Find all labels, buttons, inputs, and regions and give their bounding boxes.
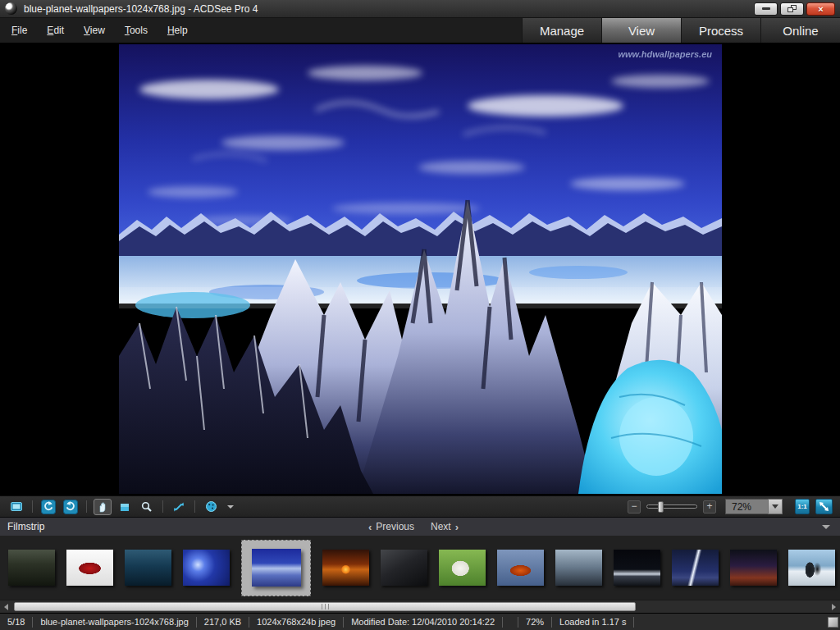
thumbnail-frozen-harbor[interactable] <box>125 550 171 586</box>
menu-tools[interactable]: Tools <box>125 25 148 36</box>
zoom-in-button[interactable] <box>703 500 716 514</box>
thumbnail-red-classic-car[interactable] <box>66 550 113 586</box>
chevron-right-icon <box>455 521 459 533</box>
thumbnail-binary-burst[interactable] <box>183 550 230 586</box>
thumbnail-image <box>788 550 835 586</box>
close-button[interactable]: × <box>806 2 835 16</box>
filmstrip-scrollbar[interactable] <box>0 600 840 613</box>
thumbnail-white-kitten[interactable] <box>439 550 486 586</box>
menu-items: FileEditViewToolsHelp <box>0 18 188 43</box>
toolbar-separator <box>86 500 87 513</box>
thumbnail-fiery-sunset[interactable] <box>322 550 369 586</box>
tab-manage[interactable]: Manage <box>522 18 601 43</box>
scroll-right-button[interactable] <box>828 601 840 613</box>
zoom-slider[interactable] <box>646 504 697 509</box>
status-filesize: 217,0 KB <box>197 617 249 628</box>
menu-help[interactable]: Help <box>167 25 188 36</box>
actual-size-button[interactable]: 1:1 <box>795 499 810 514</box>
scrollbar-grip-icon <box>322 604 329 609</box>
thumbnail-black-car[interactable] <box>381 550 427 586</box>
pan-tool-button[interactable] <box>94 499 112 515</box>
resize-arrows-icon <box>172 500 185 514</box>
zoom-controls: 72% 1:1 <box>628 499 833 514</box>
filmstrip-nav: Previous Next <box>368 518 459 536</box>
acdsee-window: blue-planet-wallpapers-840x630.jpg - AC… <box>0 0 840 630</box>
thumbnail-image <box>381 550 427 586</box>
restore-icon <box>788 5 797 12</box>
photo-watermark: www.hdwallpapers.eu <box>618 49 712 59</box>
thumbnail-night-storm[interactable] <box>614 550 660 586</box>
display-icon <box>10 500 23 514</box>
toolbar-separator <box>32 500 33 513</box>
rotate-left-button[interactable] <box>39 499 57 515</box>
fit-image-button[interactable] <box>815 499 833 514</box>
thumbnail-image <box>614 550 660 586</box>
zoom-slider-handle[interactable] <box>658 501 664 513</box>
thumbnail-silver-car-rear[interactable] <box>555 550 602 586</box>
status-spacer <box>503 617 518 628</box>
menu-edit[interactable]: Edit <box>47 25 64 36</box>
thumbnail-image <box>497 550 544 586</box>
scale-tool-button[interactable] <box>170 499 188 515</box>
next-button[interactable]: Next <box>431 521 459 533</box>
filmstrip-title: Filmstrip <box>7 521 44 532</box>
thumbnail-lightning-strike[interactable] <box>672 550 719 586</box>
thumbnail-penguins[interactable] <box>788 550 835 586</box>
chevron-left-icon <box>368 521 372 533</box>
status-filename: blue-planet-wallpapers-840x630.jpg <box>33 617 196 628</box>
viewer-canvas: www.hdwallpapers.eu <box>0 43 840 495</box>
selection-tool-button[interactable] <box>116 499 134 515</box>
filmstrip-options-caret-icon[interactable] <box>822 525 830 529</box>
scroll-left-button[interactable] <box>0 601 12 613</box>
edit-dropdown-caret-icon[interactable] <box>227 505 234 509</box>
restore-button[interactable] <box>780 2 804 16</box>
thumbnail-image <box>439 550 486 586</box>
hand-icon <box>96 500 109 514</box>
photo-blue-planet[interactable]: www.hdwallpapers.eu <box>119 44 722 494</box>
filmstrip-thumbnails <box>0 536 840 600</box>
previous-button[interactable]: Previous <box>368 521 414 533</box>
select-rectangle-icon <box>118 500 131 514</box>
toolbar-separator <box>194 500 195 513</box>
display-mode-button[interactable] <box>7 499 25 515</box>
tab-online[interactable]: Online <box>760 18 840 43</box>
status-dimensions: 1024x768x24b jpeg <box>249 617 344 628</box>
menu-bar: FileEditViewToolsHelp ManageViewProcessO… <box>0 18 840 43</box>
status-modified-date: Modified Date: 12/04/2010 20:14:22 <box>344 617 503 628</box>
tab-process[interactable]: Process <box>681 18 760 43</box>
zoom-dropdown-button[interactable] <box>768 499 783 514</box>
status-load-time: Loaded in 1.17 s <box>552 617 634 628</box>
thumbnail-orange-sports-car[interactable] <box>497 550 544 586</box>
menu-view[interactable]: View <box>84 25 105 36</box>
thumbnail-image <box>555 550 602 586</box>
thumbnail-image <box>672 550 719 586</box>
thumbnail-ruined-city[interactable] <box>8 550 55 586</box>
zoom-value[interactable]: 72% <box>725 499 768 514</box>
rotate-left-icon <box>41 500 56 514</box>
zoom-tool-button[interactable] <box>138 499 156 515</box>
fit-arrow-icon <box>818 500 830 513</box>
title-bar: blue-planet-wallpapers-840x630.jpg - AC… <box>0 0 840 18</box>
zoom-out-button[interactable] <box>628 500 641 514</box>
thumbnail-night-city[interactable] <box>730 550 777 586</box>
scrollbar-thumb[interactable] <box>14 602 636 611</box>
edit-mode-button[interactable] <box>202 499 220 515</box>
tab-view[interactable]: View <box>601 18 681 43</box>
previous-label: Previous <box>376 521 414 532</box>
window-controls: × <box>751 2 835 16</box>
thumbnail-image <box>730 550 777 586</box>
acdsee-logo-icon <box>5 2 17 15</box>
status-position: 5/18 <box>0 617 33 628</box>
window-resize-grip[interactable] <box>828 617 838 628</box>
menu-file[interactable]: File <box>11 25 27 36</box>
thumbnail-image <box>183 550 230 586</box>
next-label: Next <box>431 521 451 532</box>
minimize-button[interactable] <box>754 2 778 16</box>
filmstrip-header: Filmstrip Previous Next <box>0 517 840 536</box>
view-toolbar: 72% 1:1 <box>0 495 840 517</box>
minimize-icon <box>762 7 770 10</box>
status-bar: 5/18 blue-planet-wallpapers-840x630.jpg… <box>0 613 840 630</box>
rotate-right-button[interactable] <box>62 499 80 515</box>
rotate-right-icon <box>63 500 78 514</box>
thumbnail-blue-mountains[interactable] <box>241 540 311 596</box>
